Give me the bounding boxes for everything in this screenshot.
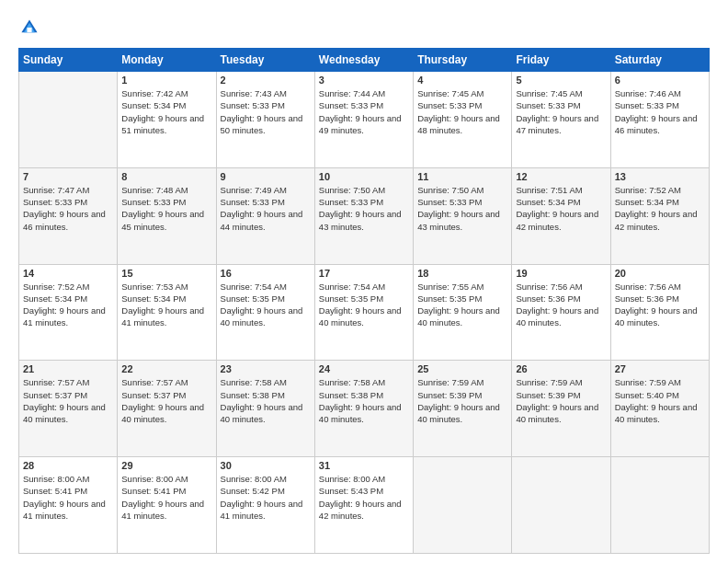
calendar-cell: 15Sunrise: 7:53 AMSunset: 5:34 PMDayligh…: [118, 264, 216, 361]
sunrise-text: Sunrise: 7:51 AM: [516, 184, 606, 196]
daylight-text: Daylight: 9 hours and 43 minutes.: [319, 208, 409, 233]
calendar-cell: 20Sunrise: 7:56 AMSunset: 5:36 PMDayligh…: [610, 264, 709, 361]
day-number: 23: [221, 363, 311, 374]
sunset-text: Sunset: 5:33 PM: [121, 196, 211, 208]
calendar-cell: 31Sunrise: 8:00 AMSunset: 5:43 PMDayligh…: [314, 457, 413, 554]
logo: [18, 17, 44, 39]
calendar-cell: 12Sunrise: 7:51 AMSunset: 5:34 PMDayligh…: [512, 167, 610, 264]
sunrise-text: Sunrise: 7:52 AM: [23, 281, 113, 293]
sunset-text: Sunset: 5:41 PM: [23, 485, 113, 497]
day-number: 7: [23, 171, 113, 182]
calendar-cell: 22Sunrise: 7:57 AMSunset: 5:37 PMDayligh…: [118, 361, 216, 457]
calendar-cell: 2Sunrise: 7:43 AMSunset: 5:33 PMDaylight…: [216, 72, 314, 168]
sunset-text: Sunset: 5:33 PM: [221, 99, 311, 111]
sunset-text: Sunset: 5:37 PM: [23, 389, 113, 401]
sunrise-text: Sunrise: 7:45 AM: [417, 87, 507, 99]
daylight-text: Daylight: 9 hours and 40 minutes.: [417, 401, 507, 426]
calendar-cell: 8Sunrise: 7:48 AMSunset: 5:33 PMDaylight…: [118, 167, 216, 264]
sunset-text: Sunset: 5:33 PM: [319, 99, 409, 111]
sunset-text: Sunset: 5:39 PM: [516, 389, 606, 401]
sunset-text: Sunset: 5:42 PM: [221, 485, 311, 497]
day-number: 2: [221, 75, 311, 86]
calendar-cell: 17Sunrise: 7:54 AMSunset: 5:35 PMDayligh…: [314, 264, 413, 361]
day-number: 10: [319, 171, 409, 182]
svg-rect-2: [27, 28, 31, 32]
day-number: 26: [516, 363, 606, 374]
day-number: 12: [516, 171, 606, 182]
daylight-text: Daylight: 9 hours and 49 minutes.: [319, 112, 409, 137]
daylight-text: Daylight: 9 hours and 51 minutes.: [121, 112, 211, 137]
daylight-text: Daylight: 9 hours and 45 minutes.: [121, 208, 211, 233]
daylight-text: Daylight: 9 hours and 40 minutes.: [23, 401, 113, 426]
daylight-text: Daylight: 9 hours and 41 minutes.: [23, 304, 113, 329]
day-number: 25: [417, 363, 507, 374]
calendar-cell: 3Sunrise: 7:44 AMSunset: 5:33 PMDaylight…: [314, 72, 413, 168]
daylight-text: Daylight: 9 hours and 40 minutes.: [221, 304, 311, 329]
sunset-text: Sunset: 5:33 PM: [417, 196, 507, 208]
day-number: 30: [221, 460, 311, 471]
day-number: 11: [417, 171, 507, 182]
sunset-text: Sunset: 5:43 PM: [319, 485, 409, 497]
sunset-text: Sunset: 5:34 PM: [121, 293, 211, 304]
calendar-cell: 7Sunrise: 7:47 AMSunset: 5:33 PMDaylight…: [19, 167, 118, 264]
day-number: 3: [319, 75, 409, 86]
calendar-cell: 21Sunrise: 7:57 AMSunset: 5:37 PMDayligh…: [19, 361, 118, 457]
sunset-text: Sunset: 5:40 PM: [615, 389, 705, 401]
sunset-text: Sunset: 5:33 PM: [615, 99, 705, 111]
daylight-text: Daylight: 9 hours and 40 minutes.: [121, 401, 211, 426]
calendar-cell: 30Sunrise: 8:00 AMSunset: 5:42 PMDayligh…: [216, 457, 314, 554]
sunrise-text: Sunrise: 8:00 AM: [221, 473, 311, 485]
daylight-text: Daylight: 9 hours and 40 minutes.: [516, 401, 606, 426]
sunset-text: Sunset: 5:33 PM: [417, 99, 507, 111]
sunset-text: Sunset: 5:36 PM: [615, 293, 705, 304]
calendar-week-3: 14Sunrise: 7:52 AMSunset: 5:34 PMDayligh…: [19, 264, 710, 361]
calendar-cell: 1Sunrise: 7:42 AMSunset: 5:34 PMDaylight…: [118, 72, 216, 168]
sunset-text: Sunset: 5:33 PM: [23, 196, 113, 208]
calendar-cell: 16Sunrise: 7:54 AMSunset: 5:35 PMDayligh…: [216, 264, 314, 361]
calendar-cell: 18Sunrise: 7:55 AMSunset: 5:35 PMDayligh…: [414, 264, 512, 361]
daylight-text: Daylight: 9 hours and 40 minutes.: [615, 304, 705, 329]
calendar-cell: [512, 457, 610, 554]
calendar-table: SundayMondayTuesdayWednesdayThursdayFrid…: [18, 48, 710, 554]
daylight-text: Daylight: 9 hours and 40 minutes.: [319, 401, 409, 426]
day-number: 8: [121, 171, 211, 182]
daylight-text: Daylight: 9 hours and 40 minutes.: [319, 304, 409, 329]
page: SundayMondayTuesdayWednesdayThursdayFrid…: [0, 0, 728, 563]
sunrise-text: Sunrise: 7:48 AM: [121, 184, 211, 196]
daylight-text: Daylight: 9 hours and 40 minutes.: [516, 304, 606, 329]
calendar-cell: 27Sunrise: 7:59 AMSunset: 5:40 PMDayligh…: [610, 361, 709, 457]
sunrise-text: Sunrise: 7:57 AM: [121, 376, 211, 388]
calendar-cell: 24Sunrise: 7:58 AMSunset: 5:38 PMDayligh…: [314, 361, 413, 457]
day-number: 4: [417, 75, 507, 86]
sunset-text: Sunset: 5:33 PM: [221, 196, 311, 208]
sunrise-text: Sunrise: 7:54 AM: [319, 281, 409, 293]
sunrise-text: Sunrise: 7:44 AM: [319, 87, 409, 99]
daylight-text: Daylight: 9 hours and 46 minutes.: [615, 112, 705, 137]
day-number: 24: [319, 363, 409, 374]
sunrise-text: Sunrise: 7:56 AM: [516, 281, 606, 293]
day-number: 18: [417, 268, 507, 279]
calendar-week-5: 28Sunrise: 8:00 AMSunset: 5:41 PMDayligh…: [19, 457, 710, 554]
calendar-cell: [414, 457, 512, 554]
day-number: 14: [23, 268, 113, 279]
sunset-text: Sunset: 5:35 PM: [221, 293, 311, 304]
daylight-text: Daylight: 9 hours and 43 minutes.: [417, 208, 507, 233]
weekday-header-wednesday: Wednesday: [314, 49, 413, 72]
sunrise-text: Sunrise: 7:54 AM: [221, 281, 311, 293]
sunset-text: Sunset: 5:38 PM: [319, 389, 409, 401]
weekday-header-friday: Friday: [512, 49, 610, 72]
daylight-text: Daylight: 9 hours and 50 minutes.: [221, 112, 311, 137]
day-number: 22: [121, 363, 211, 374]
daylight-text: Daylight: 9 hours and 42 minutes.: [516, 208, 606, 233]
sunset-text: Sunset: 5:34 PM: [121, 99, 211, 111]
weekday-header-saturday: Saturday: [610, 49, 709, 72]
daylight-text: Daylight: 9 hours and 41 minutes.: [121, 498, 211, 523]
sunrise-text: Sunrise: 7:52 AM: [615, 184, 705, 196]
calendar-cell: 11Sunrise: 7:50 AMSunset: 5:33 PMDayligh…: [414, 167, 512, 264]
day-number: 16: [221, 268, 311, 279]
calendar-cell: 26Sunrise: 7:59 AMSunset: 5:39 PMDayligh…: [512, 361, 610, 457]
daylight-text: Daylight: 9 hours and 41 minutes.: [221, 498, 311, 523]
calendar-week-1: 1Sunrise: 7:42 AMSunset: 5:34 PMDaylight…: [19, 72, 710, 168]
day-number: 27: [615, 363, 705, 374]
day-number: 19: [516, 268, 606, 279]
